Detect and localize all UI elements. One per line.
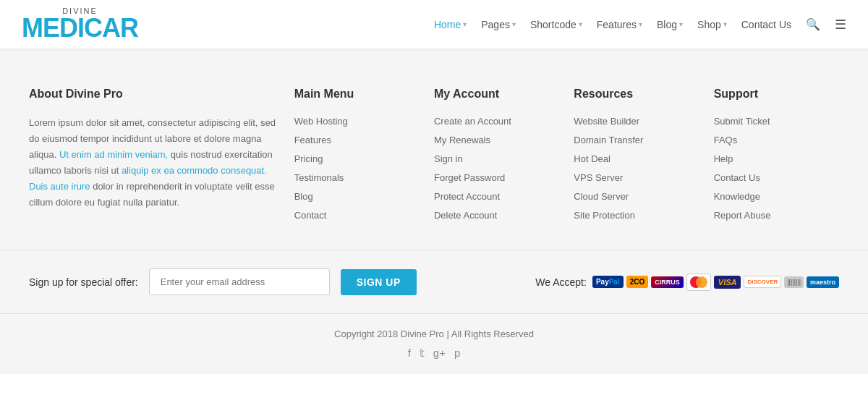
signup-label: Sign up for special offer: (29, 276, 138, 288)
nav-features[interactable]: Features ▾ (597, 19, 642, 30)
footer-main-menu: Main Menu Web Hosting Features Pricing T… (294, 88, 420, 228)
logo-medicar: MEDICAR (22, 15, 138, 41)
social-icons: f 𝕥 g+ p (14, 347, 854, 360)
menu-features[interactable]: Features (294, 135, 331, 145)
support-list: Submit Ticket FAQs Help Contact Us Knowl… (714, 115, 839, 221)
payment-label: We Accept: (535, 276, 587, 288)
list-item: Cloud Server (574, 190, 699, 202)
menu-blog[interactable]: Blog (294, 191, 313, 202)
logo[interactable]: DIVINE MEDICAR (22, 7, 138, 41)
facebook-icon[interactable]: f (408, 347, 411, 360)
resources-title: Resources (574, 88, 699, 101)
nav-shortcode[interactable]: Shortcode ▾ (530, 19, 582, 30)
list-item: Sign in (434, 153, 559, 164)
signup-left: Sign up for special offer: SIGN UP (29, 268, 417, 295)
main-menu-list: Web Hosting Features Pricing Testimonals… (294, 115, 420, 221)
footer-my-account: My Account Create an Account My Renewals… (434, 88, 559, 228)
caret-icon: ▾ (512, 20, 516, 28)
copyright-text: Copyright 2018 Divine Pro | All Rights R… (14, 329, 854, 339)
visa-icon: VISA (714, 276, 741, 289)
about-link1[interactable]: Ut enim ad minim veniam, (59, 149, 168, 160)
res-cloud-server[interactable]: Cloud Server (574, 191, 629, 202)
list-item: Create an Account (434, 115, 559, 127)
sup-submit-ticket[interactable]: Submit Ticket (714, 116, 770, 127)
twitter-icon[interactable]: 𝕥 (420, 347, 425, 360)
generic-card-icon: |||||||| (784, 276, 804, 288)
discover-icon: DISCOVER (744, 276, 781, 288)
list-item: Pricing (294, 153, 420, 164)
resources-list: Website Builder Domain Transfer Hot Deal… (574, 115, 699, 221)
list-item: Testimonals (294, 171, 420, 183)
googleplus-icon[interactable]: g+ (433, 347, 446, 360)
menu-pricing[interactable]: Pricing (294, 153, 323, 164)
nav-blog[interactable]: Blog ▾ (657, 19, 683, 30)
search-icon[interactable]: 🔍 (806, 17, 820, 31)
account-renewals[interactable]: My Renewals (434, 135, 490, 145)
header: DIVINE MEDICAR Home ▾ Pages ▾ Shortcode … (0, 0, 868, 49)
menu-contact[interactable]: Contact (294, 210, 327, 221)
payment-section: We Accept: PayPal 2CO CIRRUS VISA DISCOV… (535, 274, 839, 291)
sup-knowledge[interactable]: Knowledge (714, 191, 760, 202)
list-item: My Renewals (434, 134, 559, 145)
about-title: About Divine Pro (29, 88, 280, 101)
cirrus-icon: CIRRUS (651, 276, 684, 288)
res-website-builder[interactable]: Website Builder (574, 116, 639, 127)
nav-home[interactable]: Home ▾ (434, 19, 467, 30)
caret-icon: ▾ (639, 20, 642, 28)
nav-shop[interactable]: Shop ▾ (697, 19, 727, 30)
my-account-title: My Account (434, 88, 559, 101)
list-item: Help (714, 153, 839, 164)
2co-icon: 2CO (626, 276, 649, 288)
footer-copyright: Copyright 2018 Divine Pro | All Rights R… (0, 313, 868, 374)
res-hot-deal[interactable]: Hot Deal (574, 153, 610, 164)
payment-icons: PayPal 2CO CIRRUS VISA DISCOVER ||||||||… (592, 274, 839, 291)
account-signin[interactable]: Sign in (434, 153, 463, 164)
footer-main: About Divine Pro Lorem ipsum dolor sit a… (0, 49, 868, 250)
account-protect[interactable]: Protect Account (434, 191, 500, 202)
footer-resources: Resources Website Builder Domain Transfe… (574, 88, 699, 228)
list-item: Blog (294, 190, 420, 202)
signup-email-input[interactable] (149, 268, 330, 295)
footer-about: About Divine Pro Lorem ipsum dolor sit a… (29, 88, 280, 228)
support-title: Support (714, 88, 839, 101)
list-item: Contact (294, 209, 420, 221)
caret-icon: ▾ (679, 20, 683, 28)
res-domain-transfer[interactable]: Domain Transfer (574, 135, 643, 145)
footer-signup-section: Sign up for special offer: SIGN UP We Ac… (0, 250, 868, 313)
menu-testimonals[interactable]: Testimonals (294, 172, 344, 183)
pinterest-icon[interactable]: p (454, 347, 460, 360)
res-vps-server[interactable]: VPS Server (574, 172, 623, 183)
signup-button[interactable]: SIGN UP (341, 269, 417, 295)
list-item: Forget Password (434, 171, 559, 183)
list-item: Website Builder (574, 115, 699, 127)
sup-contact-us[interactable]: Contact Us (714, 172, 760, 183)
sup-help[interactable]: Help (714, 153, 733, 164)
account-forget-password[interactable]: Forget Password (434, 172, 505, 183)
my-account-list: Create an Account My Renewals Sign in Fo… (434, 115, 559, 221)
caret-icon: ▾ (463, 20, 467, 28)
list-item: Domain Transfer (574, 134, 699, 145)
mastercard-icon (686, 274, 711, 291)
sup-faqs[interactable]: FAQs (714, 135, 738, 145)
nav-contact[interactable]: Contact Us (741, 19, 791, 30)
list-item: Features (294, 134, 420, 145)
footer-grid: About Divine Pro Lorem ipsum dolor sit a… (29, 88, 839, 228)
account-create[interactable]: Create an Account (434, 116, 511, 127)
nav-pages[interactable]: Pages ▾ (481, 19, 516, 30)
hamburger-icon[interactable]: ☰ (835, 17, 846, 33)
about-body: Lorem ipsum dolor sit amet, consectetur … (29, 115, 280, 211)
list-item: Protect Account (434, 190, 559, 202)
caret-icon: ▾ (723, 20, 727, 28)
menu-web-hosting[interactable]: Web Hosting (294, 116, 348, 127)
list-item: Hot Deal (574, 153, 699, 164)
about-link2[interactable]: aliquip ex ea commodo consequat. Duis au… (29, 165, 267, 192)
list-item: Web Hosting (294, 115, 420, 127)
list-item: Contact Us (714, 171, 839, 183)
sup-report-abuse[interactable]: Report Abuse (714, 210, 771, 221)
list-item: Site Protection (574, 209, 699, 221)
res-site-protection[interactable]: Site Protection (574, 210, 635, 221)
list-item: Report Abuse (714, 209, 839, 221)
main-nav: Home ▾ Pages ▾ Shortcode ▾ Features ▾ Bl… (434, 17, 846, 33)
account-delete[interactable]: Delete Account (434, 210, 497, 221)
list-item: FAQs (714, 134, 839, 145)
